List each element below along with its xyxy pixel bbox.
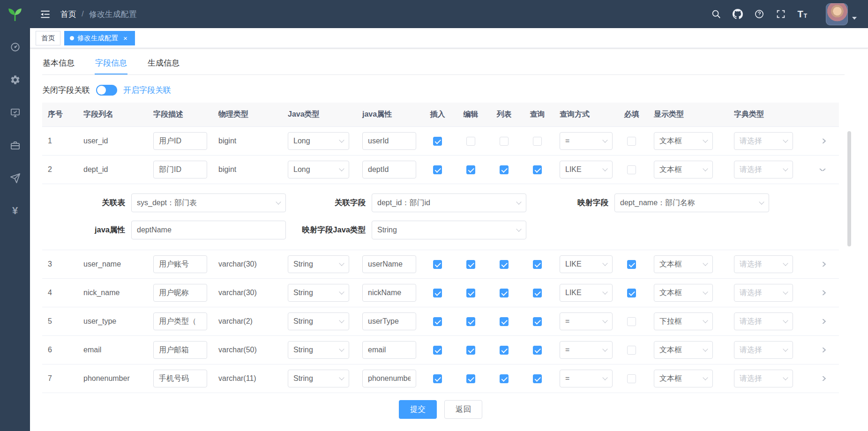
map-java-type-select[interactable]: String: [372, 221, 526, 239]
list-checkbox[interactable]: [500, 137, 509, 146]
query-checkbox[interactable]: [533, 317, 542, 326]
list-checkbox[interactable]: [500, 165, 509, 174]
java-field-input[interactable]: [362, 370, 416, 387]
required-checkbox[interactable]: [627, 317, 636, 326]
required-checkbox[interactable]: [627, 374, 636, 383]
java-field-input[interactable]: [362, 312, 416, 330]
html-type-select[interactable]: 文本框: [654, 370, 713, 387]
field-relation-switch[interactable]: [96, 85, 117, 96]
edit-checkbox[interactable]: [466, 289, 475, 297]
list-checkbox[interactable]: [500, 289, 509, 297]
required-checkbox[interactable]: [627, 165, 636, 174]
close-icon[interactable]: ×: [121, 34, 129, 42]
query-type-select[interactable]: =: [560, 312, 613, 330]
column-comment-input[interactable]: [153, 255, 207, 273]
java-type-select[interactable]: String: [288, 370, 349, 387]
dict-type-select[interactable]: 请选择: [734, 370, 793, 387]
required-checkbox[interactable]: [627, 346, 636, 355]
expand-row-icon[interactable]: [819, 376, 826, 381]
html-type-select[interactable]: 文本框: [654, 341, 713, 359]
list-checkbox[interactable]: [500, 317, 509, 326]
required-checkbox[interactable]: [627, 260, 636, 269]
java-field-input[interactable]: [362, 341, 416, 359]
query-type-select[interactable]: =: [560, 132, 613, 150]
query-checkbox[interactable]: [533, 374, 542, 383]
tag-current-page[interactable]: 修改生成配置 ×: [64, 31, 135, 45]
query-checkbox[interactable]: [533, 289, 542, 297]
expand-row-icon[interactable]: [819, 139, 826, 143]
fullscreen-icon[interactable]: [776, 9, 786, 19]
column-comment-input[interactable]: [153, 161, 207, 178]
java-type-select[interactable]: String: [288, 312, 349, 330]
html-type-select[interactable]: 文本框: [654, 255, 713, 273]
user-menu[interactable]: [826, 3, 857, 25]
avatar[interactable]: [826, 3, 848, 25]
send-icon[interactable]: [9, 172, 21, 184]
expand-row-icon[interactable]: [819, 290, 826, 295]
insert-checkbox[interactable]: [433, 260, 442, 269]
relation-java-attr-input[interactable]: [131, 221, 286, 239]
required-checkbox[interactable]: [627, 137, 636, 146]
query-type-select[interactable]: LIKE: [560, 255, 613, 273]
monitor-check-icon[interactable]: [9, 107, 21, 118]
edit-checkbox[interactable]: [466, 346, 475, 355]
dict-type-select[interactable]: 请选择: [734, 341, 793, 359]
edit-checkbox[interactable]: [466, 137, 475, 146]
java-field-input[interactable]: [362, 132, 416, 150]
edit-checkbox[interactable]: [466, 260, 475, 269]
expand-row-icon[interactable]: [819, 319, 826, 324]
search-icon[interactable]: [711, 9, 721, 19]
tab-field-info[interactable]: 字段信息: [95, 52, 127, 74]
relation-field-select[interactable]: dept_id：部门id: [372, 193, 526, 212]
currency-yen-icon[interactable]: ¥: [9, 205, 21, 216]
insert-checkbox[interactable]: [433, 346, 442, 355]
insert-checkbox[interactable]: [433, 137, 442, 146]
list-checkbox[interactable]: [500, 346, 509, 355]
dict-type-select[interactable]: 请选择: [734, 284, 793, 302]
column-comment-input[interactable]: [153, 132, 207, 150]
back-button[interactable]: 返回: [444, 400, 482, 419]
list-checkbox[interactable]: [500, 260, 509, 269]
table-scrollbar[interactable]: [847, 131, 851, 246]
column-comment-input[interactable]: [153, 284, 207, 302]
java-field-input[interactable]: [362, 284, 416, 302]
submit-button[interactable]: 提交: [399, 400, 437, 419]
edit-checkbox[interactable]: [466, 165, 475, 174]
query-type-select[interactable]: =: [560, 370, 613, 387]
java-field-input[interactable]: [362, 161, 416, 178]
help-icon[interactable]: [754, 9, 764, 19]
required-checkbox[interactable]: [627, 289, 636, 297]
edit-checkbox[interactable]: [466, 374, 475, 383]
column-comment-input[interactable]: [153, 312, 207, 330]
column-comment-input[interactable]: [153, 370, 207, 387]
java-type-select[interactable]: String: [288, 255, 349, 273]
dashboard-icon[interactable]: [9, 41, 21, 52]
expand-row-icon[interactable]: [819, 169, 826, 171]
dict-type-select[interactable]: 请选择: [734, 161, 793, 178]
java-type-select[interactable]: Long: [288, 161, 349, 178]
query-type-select[interactable]: LIKE: [560, 284, 613, 302]
java-type-select[interactable]: String: [288, 341, 349, 359]
edit-checkbox[interactable]: [466, 317, 475, 326]
github-icon[interactable]: [733, 9, 743, 19]
column-comment-input[interactable]: [153, 341, 207, 359]
tag-home[interactable]: 首页: [36, 31, 60, 45]
expand-row-icon[interactable]: [819, 262, 826, 267]
dict-type-select[interactable]: 请选择: [734, 132, 793, 150]
query-checkbox[interactable]: [533, 137, 542, 146]
list-checkbox[interactable]: [500, 374, 509, 383]
query-type-select[interactable]: LIKE: [560, 161, 613, 178]
field-relation-on-label[interactable]: 开启字段关联: [123, 85, 171, 96]
insert-checkbox[interactable]: [433, 165, 442, 174]
sidebar-collapse-icon[interactable]: [39, 8, 51, 20]
query-type-select[interactable]: =: [560, 341, 613, 359]
query-checkbox[interactable]: [533, 346, 542, 355]
html-type-select[interactable]: 文本框: [654, 284, 713, 302]
query-checkbox[interactable]: [533, 260, 542, 269]
breadcrumb-home-link[interactable]: 首页: [60, 9, 76, 20]
gear-icon[interactable]: [9, 74, 21, 85]
insert-checkbox[interactable]: [433, 317, 442, 326]
query-checkbox[interactable]: [533, 165, 542, 174]
html-type-select[interactable]: 下拉框: [654, 312, 713, 330]
text-size-icon[interactable]: TT: [797, 9, 807, 19]
